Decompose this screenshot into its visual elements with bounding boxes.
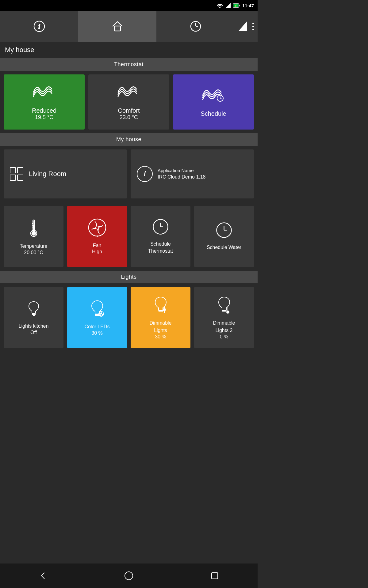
app-info-card[interactable]: i Application Name IRC Cloud Demo 1.18: [131, 149, 254, 198]
svg-rect-3: [239, 5, 240, 6]
my-house-section-header: My house: [0, 133, 258, 146]
color-leds-pct: 30 %: [91, 330, 102, 336]
svg-point-41: [101, 313, 102, 314]
bottom-navigation: [0, 564, 258, 588]
back-icon: [38, 571, 48, 580]
fan-label: Fan: [93, 242, 102, 249]
app-name-value: IRC Cloud Demo 1.18: [158, 174, 206, 179]
schedule-label: Schedule: [201, 110, 226, 117]
my-house-grid: Living Room i Application Name IRC Cloud…: [0, 146, 258, 202]
thermostat-section-header: Thermostat: [0, 58, 258, 71]
thermostat-comfort-card[interactable]: Comfort 23.0 °C: [88, 74, 169, 130]
svg-point-51: [227, 311, 229, 313]
status-bar: ⚡ 11:47: [0, 0, 258, 11]
svg-point-24: [32, 232, 36, 235]
fan-tile[interactable]: Fan High: [67, 206, 127, 267]
dimmable-lights-2-tile[interactable]: DimmableLights 2 0 %: [194, 287, 254, 348]
svg-point-47: [163, 308, 166, 311]
battery-icon: ⚡: [233, 3, 240, 8]
svg-text:⚡: ⚡: [234, 4, 237, 7]
temperature-value: 20.00 °C: [24, 250, 43, 255]
more-menu-button[interactable]: [252, 23, 254, 30]
schedule-water-tile[interactable]: Schedule Water: [194, 206, 254, 267]
svg-point-26: [96, 226, 99, 229]
svg-point-0: [219, 7, 220, 8]
temperature-tile[interactable]: Temperature 20.00 °C: [4, 206, 63, 267]
lights-kitchen-tile[interactable]: Lights kitchen Off: [4, 287, 63, 348]
page-title: My house: [0, 42, 258, 58]
svg-text:i: i: [38, 23, 40, 30]
dimmable-lights-tile[interactable]: DimmableLights 30 %: [131, 287, 190, 348]
nav-schedule-button[interactable]: [156, 11, 235, 42]
svg-rect-53: [212, 573, 218, 579]
color-leds-tile[interactable]: Color LEDs 30 %: [67, 287, 127, 348]
thermometer-icon: [29, 217, 38, 239]
device-row: Temperature 20.00 °C Fan High: [0, 202, 258, 271]
svg-marker-1: [226, 3, 231, 8]
nav-info-button[interactable]: i: [0, 11, 78, 42]
color-bulb-icon: [90, 299, 105, 319]
schedule-thermostat-label: ScheduleThermostat: [148, 241, 173, 254]
kitchen-lights-label: Lights kitchen: [19, 322, 49, 330]
status-time: 11:47: [242, 3, 254, 8]
svg-marker-12: [238, 21, 247, 31]
fan-value: High: [92, 249, 102, 254]
thermostat-grid: Reduced 19.5 °C Comfort 23.0 °C Sch: [0, 71, 258, 133]
clock-icon: [190, 20, 202, 32]
spacer: [0, 352, 258, 425]
app-info-icon: i: [137, 166, 153, 182]
top-navigation: i: [0, 11, 258, 42]
lights-grid: Lights kitchen Off Color LEDs 30 %: [0, 283, 258, 352]
kitchen-lights-value: Off: [30, 330, 37, 335]
fan-icon: [88, 218, 106, 238]
reduced-label: Reduced: [32, 107, 56, 114]
app-name-label: Application Name: [158, 167, 206, 174]
thermostat-reduced-card[interactable]: Reduced 19.5 °C: [4, 74, 85, 130]
nav-right-area: [235, 11, 258, 42]
dimmable-lights-2-pct: 0 %: [220, 334, 228, 340]
thermostat-schedule-card[interactable]: Schedule: [173, 74, 254, 130]
dimmable-bulb-icon: [153, 296, 168, 315]
signal-icon: [226, 3, 231, 8]
home-icon: [111, 20, 124, 32]
svg-point-25: [89, 219, 106, 236]
schedule-thermostat-icon: [152, 218, 169, 236]
schedule-water-label: Schedule Water: [207, 244, 241, 251]
color-leds-label: Color LEDs: [85, 323, 110, 330]
room-grid-icon: [10, 167, 23, 181]
schedule-wave-icon: [201, 87, 226, 104]
living-room-card[interactable]: Living Room: [4, 149, 127, 198]
back-button[interactable]: [35, 568, 51, 583]
bulb-off-icon: [28, 300, 40, 318]
schedule-water-icon: [216, 222, 232, 240]
svg-point-52: [125, 572, 133, 580]
recent-apps-icon: [211, 572, 219, 580]
info-icon: i: [33, 20, 45, 32]
signal-bar-icon: [238, 21, 247, 31]
reduced-wave-icon: [32, 84, 56, 101]
schedule-thermostat-tile[interactable]: ScheduleThermostat: [131, 206, 190, 267]
lights-section-header: Lights: [0, 271, 258, 283]
dimmable-bulb-2-icon: [217, 296, 232, 315]
home-button[interactable]: [121, 568, 136, 583]
comfort-wave-icon: [117, 84, 141, 101]
wifi-icon: [217, 3, 223, 8]
nav-home-button[interactable]: [78, 11, 156, 42]
reduced-temp: 19.5 °C: [35, 114, 53, 121]
svg-point-43: [102, 315, 103, 316]
living-room-label: Living Room: [29, 170, 66, 178]
svg-point-42: [99, 315, 101, 316]
recent-apps-button[interactable]: [207, 568, 222, 583]
app-info-text: Application Name IRC Cloud Demo 1.18: [158, 167, 206, 180]
home-circle-icon: [124, 571, 133, 580]
dimmable-lights-label: DimmableLights: [149, 319, 171, 334]
comfort-temp: 23.0 °C: [120, 114, 138, 121]
temperature-label: Temperature: [20, 243, 48, 250]
dimmable-lights-pct: 30 %: [155, 334, 166, 340]
dimmable-lights-2-label: DimmableLights 2: [213, 319, 235, 334]
comfort-label: Comfort: [118, 107, 140, 114]
svg-rect-8: [114, 26, 121, 31]
